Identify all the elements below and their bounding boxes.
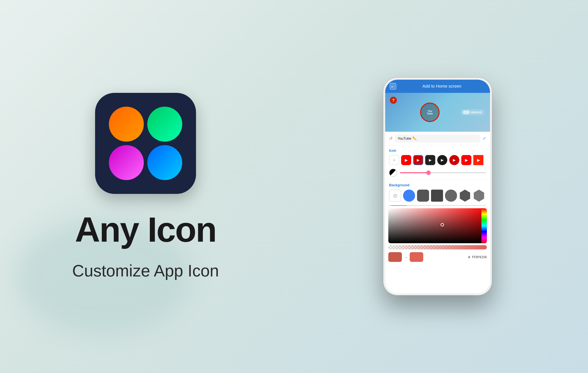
icon-section: Icon + ▶ ▶ ▶ ▶ <box>385 145 490 167</box>
app-name-text: YouTube ✏️ <box>398 136 417 141</box>
yt-icon-7[interactable]: ▶ <box>473 155 483 165</box>
alpha-slider[interactable] <box>388 245 487 250</box>
phone-header-title: Add to Home screen <box>399 84 485 89</box>
refresh-icon[interactable]: ↺ <box>389 136 393 141</box>
phone-content: Icon + ▶ ▶ ▶ ▶ <box>385 145 490 293</box>
contrast-icon <box>389 169 397 177</box>
add-icon-button[interactable]: + <box>389 155 399 165</box>
petal-bottom-right <box>147 145 182 180</box>
left-section: Any Icon Customize App Icon <box>0 0 291 373</box>
sub-title: Customize App Icon <box>72 261 219 280</box>
phone-preview: ? You Tube REMOVE <box>385 93 490 132</box>
remove-label: REMOVE <box>471 111 482 114</box>
contrast-slider-row <box>385 167 490 178</box>
shape-hexagon-1[interactable] <box>459 190 471 202</box>
icon-section-title: Icon <box>389 149 486 153</box>
color-picker-overlay <box>388 208 487 243</box>
petal-top-right <box>147 107 182 142</box>
shape-circle[interactable] <box>403 190 415 202</box>
right-section: Add to Home screen ? You Tube REMOVE <box>307 10 569 363</box>
phone-outer: Add to Home screen ? You Tube REMOVE <box>383 78 492 295</box>
hex-value[interactable]: # FFDF6256 <box>425 255 487 259</box>
yt-icon-6[interactable]: ▶ <box>461 155 471 165</box>
yt-icon-3[interactable]: ▶ <box>425 155 435 165</box>
phone-header: Add to Home screen <box>385 80 490 93</box>
yt-icon-5[interactable]: ▶ <box>449 155 459 165</box>
background-section: Background ⊘ <box>385 180 490 204</box>
yt-icon-4[interactable]: ▶ <box>437 155 447 165</box>
swatch-old <box>388 252 402 262</box>
add-to-homescreen-icon <box>390 83 396 89</box>
color-picker[interactable] <box>388 208 487 243</box>
background-shape-row: ⊘ <box>389 190 486 202</box>
confirm-icon[interactable]: ✓ <box>483 136 486 141</box>
remove-toggle[interactable] <box>463 110 470 114</box>
shape-none[interactable]: ⊘ <box>389 190 401 202</box>
petal-top-left <box>109 107 144 142</box>
shape-hexagon-2[interactable] <box>473 190 485 202</box>
yt-icon-1[interactable]: ▶ <box>401 155 411 165</box>
help-icon[interactable]: ? <box>390 97 397 104</box>
phone-inner: Add to Home screen ? You Tube REMOVE <box>385 80 490 293</box>
app-icon-grid <box>101 99 190 188</box>
remove-button[interactable]: REMOVE <box>461 109 484 115</box>
app-icon-container <box>95 93 196 194</box>
background-section-title: Background <box>389 183 486 187</box>
youtube-preview-icon: You Tube <box>420 103 440 122</box>
swatch-new <box>410 252 423 262</box>
icon-row: + ▶ ▶ ▶ ▶ ▶ <box>389 155 486 165</box>
icon-slider[interactable] <box>400 172 486 173</box>
main-title: Any Icon <box>75 209 216 250</box>
alpha-overlay <box>388 245 487 250</box>
shape-squircle[interactable] <box>445 190 457 202</box>
scroll-bar <box>389 205 486 206</box>
name-input[interactable]: YouTube ✏️ <box>395 134 480 143</box>
divider <box>385 179 490 179</box>
slider-thumb[interactable] <box>426 171 430 175</box>
color-swatches: → # FFDF6256 <box>385 251 490 263</box>
scroll-thumb <box>391 205 407 206</box>
shape-square[interactable] <box>431 190 443 202</box>
hue-bar[interactable] <box>482 208 487 243</box>
color-picker-cursor[interactable] <box>441 223 444 227</box>
petal-bottom-left <box>109 145 144 180</box>
yt-icon-2[interactable]: ▶ <box>413 155 423 165</box>
swatch-arrow: → <box>404 255 408 259</box>
name-bar: ↺ YouTube ✏️ ✓ <box>385 132 490 145</box>
shape-rounded-square[interactable] <box>417 190 429 202</box>
